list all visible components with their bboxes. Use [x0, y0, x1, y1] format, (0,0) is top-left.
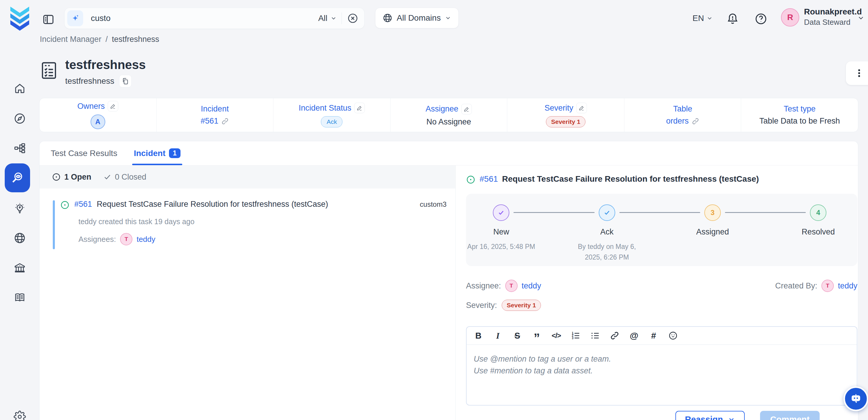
chevron-down-icon [727, 416, 735, 420]
lineage-flow-icon[interactable] [0, 134, 39, 162]
edit-incident-status-pencil-icon[interactable] [354, 102, 365, 113]
mention-at-icon[interactable]: @ [629, 330, 640, 341]
blockquote-icon[interactable]: ” [531, 330, 542, 341]
all-domains-button[interactable]: All Domains [375, 8, 459, 28]
clear-search-icon[interactable] [347, 13, 358, 24]
info-cell-owners: Owners A [39, 98, 156, 132]
italic-icon[interactable]: I [493, 330, 503, 341]
breadcrumb-current: testfreshness [112, 35, 159, 44]
detail-assignee-label: Assignee: [466, 281, 501, 291]
detail-assignee-link[interactable]: teddy [522, 281, 541, 291]
user-menu-chevron-icon[interactable] [857, 14, 865, 22]
glossary-book-icon[interactable] [0, 284, 39, 311]
comment-button-disabled[interactable]: Comment [760, 411, 819, 420]
edit-assignee-pencil-icon[interactable] [461, 104, 472, 115]
globe-icon [382, 13, 393, 23]
svg-text:3: 3 [572, 336, 574, 340]
chevron-down-icon [330, 15, 337, 22]
step-note: By teddy on May 6, [578, 243, 636, 250]
incident-status-label: Incident Status [299, 103, 351, 113]
search-scope-dropdown[interactable]: All [313, 13, 342, 23]
tab-incident[interactable]: Incident 1 [132, 141, 182, 165]
info-cell-assignee: Assignee No Assignee [390, 98, 507, 132]
home-icon[interactable] [0, 75, 39, 102]
more-actions-kebab-icon[interactable] [846, 61, 868, 85]
edit-severity-pencil-icon[interactable] [576, 102, 587, 113]
code-block-icon[interactable]: </> [551, 330, 562, 341]
help-icon[interactable] [754, 12, 768, 25]
tab-test-case-results[interactable]: Test Case Results [49, 141, 119, 165]
incident-list-panel: 1 Open 0 Closed #561 Request TestCase Fa… [39, 166, 455, 420]
edit-owners-pencil-icon[interactable] [107, 101, 118, 112]
link-icon[interactable] [609, 330, 620, 341]
open-count[interactable]: 1 Open [52, 173, 91, 182]
breadcrumb: Incident Manager / testfreshness [40, 35, 159, 44]
incident-list-item[interactable]: #561 Request TestCase Failure Resolution… [39, 198, 455, 245]
observe-quality-icon-active[interactable] [5, 163, 30, 192]
info-cell-test-type: Test type Table Data to be Fresh [741, 98, 858, 132]
comment-label: Comment [770, 415, 810, 420]
comment-editor: B I S ” </> 123 @ # [466, 326, 857, 406]
step-check-icon [493, 204, 509, 221]
strikethrough-icon[interactable]: S [512, 330, 523, 341]
user-avatar[interactable]: R [781, 8, 799, 27]
link-icon [692, 117, 699, 125]
assignee-name-link[interactable]: teddy [136, 235, 155, 244]
timeline-step-ack: Ack By teddy on May 6, 2025, 6:26 PM [558, 204, 656, 263]
table-link[interactable]: orders [666, 117, 689, 126]
info-cell-incident-status: Incident Status Ack [273, 98, 390, 132]
incident-meta: teddy created this task 19 days ago [79, 217, 446, 226]
search-input[interactable] [90, 13, 313, 23]
chatbot-icon[interactable] [843, 386, 868, 411]
created-by-link[interactable]: teddy [838, 281, 857, 291]
user-menu[interactable]: R Rounakpreet.d Data Steward [781, 6, 862, 27]
incident-detail-panel: #561 Request TestCase Failure Resolution… [456, 166, 858, 420]
reassign-button[interactable]: Reassign [675, 411, 745, 420]
open-incident-icon [60, 200, 70, 210]
incident-id-link[interactable]: #561 [74, 200, 92, 209]
step-label: Resolved [770, 228, 867, 237]
sidebar-toggle-icon[interactable] [42, 13, 55, 26]
check-icon [103, 173, 112, 181]
domains-globe-icon[interactable] [0, 224, 39, 251]
editor-placeholder-line2: Use #mention to tag a data asset. [474, 365, 850, 377]
user-name: Rounakpreet.d [804, 6, 862, 17]
created-by-avatar: T [822, 280, 834, 292]
created-by-label: Created By: [775, 281, 817, 291]
bold-icon[interactable]: B [473, 330, 484, 341]
copy-icon[interactable] [119, 75, 131, 87]
emoji-icon[interactable] [668, 330, 678, 341]
language-dropdown[interactable]: EN [692, 13, 713, 23]
open-incident-icon [466, 175, 475, 184]
timeline-step-new: New Apr 16, 2025, 5:48 PM [453, 204, 550, 252]
detail-incident-title: Request TestCase Failure Resolution for … [502, 174, 759, 184]
incident-link[interactable]: #561 [200, 117, 218, 126]
test-type-label: Test type [784, 104, 815, 114]
owner-avatar[interactable]: A [91, 115, 105, 129]
open-circle-dot-icon [52, 173, 61, 181]
severity-badge: Severity 1 [546, 116, 585, 127]
comment-input[interactable]: Use @mention to tag a user or a team. Us… [467, 345, 857, 405]
info-cell-severity: Severity Severity 1 [507, 98, 624, 132]
editor-toolbar: B I S ” </> 123 @ # [467, 327, 857, 345]
global-search-bar[interactable]: All [64, 8, 365, 29]
info-cell-table: Table orders [624, 98, 741, 132]
breadcrumb-parent[interactable]: Incident Manager [40, 35, 101, 44]
app-logo-icon[interactable] [8, 6, 31, 32]
governance-bank-icon[interactable] [0, 254, 39, 281]
assignee-value: No Assignee [427, 117, 471, 126]
explore-compass-icon[interactable] [0, 105, 39, 132]
insights-lightbulb-icon[interactable] [0, 195, 39, 222]
hash-mention-icon[interactable]: # [648, 330, 659, 341]
detail-severity: Severity: Severity 1 [466, 300, 857, 311]
checklist-icon [39, 59, 59, 87]
step-check-icon [599, 204, 615, 221]
detail-incident-id-link[interactable]: #561 [479, 174, 498, 184]
unordered-list-icon[interactable] [590, 330, 600, 341]
notifications-bell-icon[interactable] [726, 12, 739, 25]
step-label: Assigned [664, 228, 761, 237]
settings-gear-icon[interactable] [0, 403, 39, 420]
ordered-list-icon[interactable]: 123 [570, 330, 581, 341]
user-role: Data Steward [804, 17, 862, 27]
closed-count[interactable]: 0 Closed [103, 173, 147, 182]
